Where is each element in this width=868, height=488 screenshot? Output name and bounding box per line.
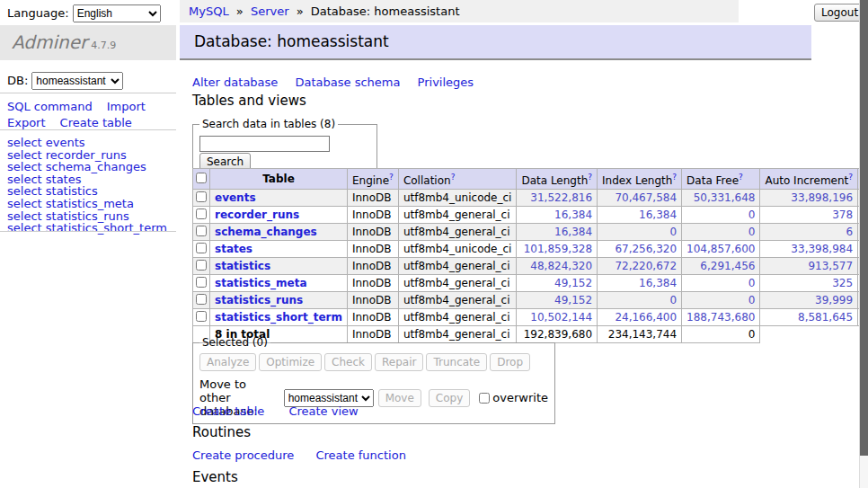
data-free-link[interactable]: 188,743,680 [686,311,755,324]
move-button[interactable]: Move [378,389,421,407]
sidebar-select-link[interactable]: select recorder_runs [7,149,167,162]
sidebar-link-export[interactable]: Export [7,116,46,129]
row-checkbox[interactable] [196,209,207,219]
breadcrumb-server-link[interactable]: Server [251,4,289,18]
create-function-link[interactable]: Create function [315,448,405,462]
bulk-action-button[interactable]: Analyze [199,353,256,371]
table-name-link[interactable]: statistics_short_term [215,311,342,324]
row-checkbox[interactable] [196,226,207,236]
row-checkbox[interactable] [196,294,207,305]
bulk-action-button[interactable]: Optimize [259,353,322,371]
sidebar-select-link[interactable]: select schema_changes [7,161,167,173]
data-free-link[interactable]: 50,331,648 [694,191,756,204]
index-length-link[interactable]: 0 [669,226,677,238]
bulk-action-button[interactable]: Repair [375,353,423,371]
help-icon[interactable]: ? [389,173,394,182]
database-schema-link[interactable]: Database schema [296,75,401,89]
index-length-link[interactable]: 0 [669,294,677,306]
data-length-link[interactable]: 49,152 [554,294,592,306]
row-checkbox[interactable] [196,277,207,288]
data-free-link[interactable]: 0 [748,277,756,289]
data-free-link[interactable]: 0 [748,294,756,306]
table-name-link[interactable]: states [215,243,252,255]
table-name-link[interactable]: statistics_runs [215,294,303,306]
create-view-link[interactable]: Create view [288,404,358,418]
language-row: Language: English [7,4,161,22]
sidebar-link-import[interactable]: Import [107,100,146,113]
index-length-link[interactable]: 16,384 [639,277,677,289]
data-length-link[interactable]: 48,824,320 [530,260,592,272]
logout-button[interactable]: Logout [814,4,865,22]
select-all-cell [193,169,210,190]
help-icon[interactable]: ? [588,173,592,182]
copy-button[interactable]: Copy [429,389,470,407]
data-length-link[interactable]: 49,152 [554,277,592,289]
index-length-link[interactable]: 70,467,584 [615,191,677,204]
auto-increment-link[interactable]: 913,577 [808,260,853,272]
sidebar-link-sql-command[interactable]: SQL command [7,100,93,113]
data-free-link[interactable]: 0 [748,226,756,238]
sidebar-actions: SQL commandImport ExportCreate table [7,99,174,131]
table-name-link[interactable]: statistics [215,260,270,272]
auto-increment-link[interactable]: 39,999 [815,294,853,306]
data-free-link[interactable]: 0 [748,209,756,221]
help-icon[interactable]: ? [672,173,677,182]
table-name-link[interactable]: recorder_runs [215,209,299,221]
row-checkbox[interactable] [196,260,207,271]
table-name-link[interactable]: statistics_meta [215,277,307,289]
sidebar-select-link[interactable]: select events [7,137,167,149]
sidebar-select-link[interactable]: select states [7,173,167,186]
collation-cell: utf8mb4_unicode_ci [398,190,517,207]
scrollbar-thumb[interactable] [860,0,868,456]
table-row: statistics_short_term InnoDB utf8mb4_gen… [193,309,868,326]
data-length-link[interactable]: 101,859,328 [524,243,592,255]
language-select[interactable]: English [73,4,161,22]
index-length-link[interactable]: 16,384 [639,209,677,221]
auto-increment-link[interactable]: 33,898,196 [791,191,853,204]
index-length-link[interactable]: 24,166,400 [615,311,677,324]
index-length-link[interactable]: 67,256,320 [615,243,677,255]
database-nav: Alter database Database schema Privilege… [192,75,487,89]
data-length-link[interactable]: 16,384 [554,226,592,238]
help-icon[interactable]: ? [848,173,853,182]
create-procedure-link[interactable]: Create procedure [192,448,294,462]
bulk-action-button[interactable]: Truncate [426,353,487,371]
breadcrumb-mysql-link[interactable]: MySQL [189,4,229,18]
sidebar-select-link[interactable]: select statistics_meta [7,198,167,210]
index-length-link[interactable]: 72,220,672 [615,260,677,272]
data-length-link[interactable]: 10,502,144 [530,311,592,324]
data-free-link[interactable]: 6,291,456 [700,260,755,272]
table-name-link[interactable]: events [215,191,256,204]
row-checkbox[interactable] [196,191,207,202]
overwrite-checkbox[interactable] [479,393,490,404]
bulk-action-button[interactable]: Drop [490,353,530,371]
sidebar-select-link[interactable]: select statistics_short_term [7,222,167,235]
alter-database-link[interactable]: Alter database [192,75,278,89]
help-icon[interactable]: ? [451,173,456,182]
auto-increment-link[interactable]: 325 [832,277,853,289]
select-all-checkbox[interactable] [196,173,207,183]
help-icon[interactable]: ? [739,173,743,182]
row-checkbox[interactable] [196,243,207,253]
row-checkbox[interactable] [196,311,207,322]
create-table-link[interactable]: Create table [192,404,264,418]
auto-increment-link[interactable]: 33,398,984 [791,243,853,255]
sidebar-select-link[interactable]: select statistics_runs [7,210,167,223]
sidebar-select-link[interactable]: select statistics [7,185,167,198]
data-free-link[interactable]: 104,857,600 [686,243,755,255]
column-header-index-length: Index Length? [598,169,682,190]
data-length-link[interactable]: 16,384 [554,209,592,221]
sidebar-link-create-table[interactable]: Create table [60,116,132,129]
db-label: DB: [7,74,28,87]
search-input[interactable] [199,136,330,152]
auto-increment-link[interactable]: 6 [846,226,853,238]
total-data-free: 0 [682,326,760,343]
auto-increment-link[interactable]: 8,581,645 [798,311,853,324]
bulk-action-button[interactable]: Check [324,353,372,371]
privileges-link[interactable]: Privileges [418,75,474,89]
language-label: Language: [7,6,69,20]
auto-increment-link[interactable]: 378 [832,209,853,221]
db-select[interactable]: homeassistant [31,72,123,90]
data-length-link[interactable]: 31,522,816 [530,191,592,204]
table-name-link[interactable]: schema_changes [215,226,317,238]
